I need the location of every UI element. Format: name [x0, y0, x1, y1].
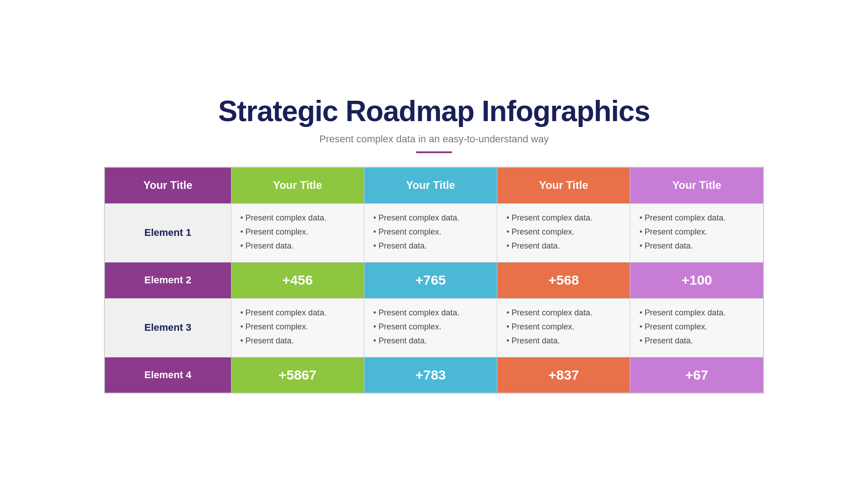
bullet: Present data.	[241, 335, 355, 347]
row-element1: Element 1 Present complex data. Present …	[104, 203, 764, 262]
bullet: Present complex data.	[373, 212, 488, 224]
row2-cell-purple: +100	[630, 262, 764, 298]
row2-label: Element 2	[104, 262, 231, 298]
row2-cell-blue: +765	[364, 262, 497, 298]
row2-cell-red: +568	[497, 262, 630, 298]
header-col1: Your Title	[231, 167, 364, 203]
bullet: Present complex.	[639, 226, 754, 238]
row1-cell-red: Present complex data. Present complex. P…	[497, 203, 630, 262]
row3-cell-purple: Present complex data. Present complex. P…	[630, 298, 764, 357]
header-row: Your Title Your Title Your Title Your Ti…	[104, 167, 764, 203]
bullet: Present complex.	[373, 321, 488, 333]
page-header: Strategic Roadmap Infographics Present c…	[218, 94, 650, 153]
roadmap-table: Your Title Your Title Your Title Your Ti…	[104, 167, 764, 394]
bullet: Present complex data.	[506, 307, 621, 319]
subtitle: Present complex data in an easy-to-under…	[218, 133, 650, 145]
header-col2: Your Title	[364, 167, 497, 203]
header-col3: Your Title	[497, 167, 630, 203]
row3-label: Element 3	[104, 298, 231, 357]
header-col4: Your Title	[630, 167, 764, 203]
bullet: Present complex.	[506, 321, 621, 333]
bullet: Present data.	[241, 240, 355, 252]
bullet: Present complex.	[241, 321, 355, 333]
row3-cell-green: Present complex data. Present complex. P…	[231, 298, 364, 357]
bullet: Present complex data.	[506, 212, 621, 224]
table-container: Your Title Your Title Your Title Your Ti…	[104, 167, 764, 394]
row1-cell-green: Present complex data. Present complex. P…	[231, 203, 364, 262]
row1-label: Element 1	[104, 203, 231, 262]
row4-cell-blue: +783	[364, 357, 497, 393]
bullet: Present complex.	[241, 226, 355, 238]
bullet: Present complex data.	[241, 212, 355, 224]
row4-cell-green: +5867	[231, 357, 364, 393]
bullet: Present complex.	[639, 321, 754, 333]
row4-label: Element 4	[104, 357, 231, 393]
main-title: Strategic Roadmap Infographics	[218, 94, 650, 128]
bullet: Present data.	[506, 335, 621, 347]
bullet: Present complex data.	[373, 307, 488, 319]
bullet: Present complex data.	[241, 307, 355, 319]
row-element4: Element 4 +5867 +783 +837 +67	[104, 357, 764, 393]
row4-cell-purple: +67	[630, 357, 764, 393]
bullet: Present complex data.	[639, 212, 754, 224]
row3-cell-red: Present complex data. Present complex. P…	[497, 298, 630, 357]
bullet: Present complex.	[506, 226, 621, 238]
row4-cell-red: +837	[497, 357, 630, 393]
title-underline	[416, 151, 452, 153]
row1-cell-blue: Present complex data. Present complex. P…	[364, 203, 497, 262]
bullet: Present data.	[506, 240, 621, 252]
bullet: Present data.	[373, 240, 488, 252]
bullet: Present data.	[639, 335, 754, 347]
row-element2: Element 2 +456 +765 +568 +100	[104, 262, 764, 298]
bullet: Present complex.	[373, 226, 488, 238]
header-col0: Your Title	[104, 167, 231, 203]
bullet: Present data.	[373, 335, 488, 347]
bullet: Present complex data.	[639, 307, 754, 319]
bullet: Present data.	[639, 240, 754, 252]
row3-cell-blue: Present complex data. Present complex. P…	[364, 298, 497, 357]
row2-cell-green: +456	[231, 262, 364, 298]
row-element3: Element 3 Present complex data. Present …	[104, 298, 764, 357]
row1-cell-purple: Present complex data. Present complex. P…	[630, 203, 764, 262]
